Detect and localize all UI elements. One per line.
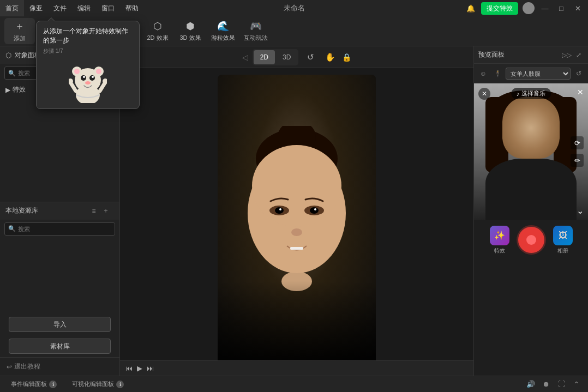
svg-rect-12 [290, 247, 303, 250]
sparkle-icon: ✨ [490, 226, 509, 245]
preview-preset-select[interactable]: 女单人肢服男单人双人全身 [506, 68, 571, 80]
preview-tool-brush[interactable]: ✏ [571, 154, 584, 167]
canvas-viewport[interactable] [120, 68, 473, 376]
visual-tab-label: 可视化编辑面板 [72, 380, 114, 388]
nav-window[interactable]: 窗口 [96, 0, 120, 16]
preview-music-button[interactable]: ♪ 选择音乐 [511, 88, 551, 99]
preview-close-button[interactable]: ✕ [478, 88, 490, 100]
app-title: 未命名 [284, 3, 305, 13]
tutorial-title: 从添加一个对象开始特效制作的第一步 [43, 27, 133, 45]
tutorial-step: 步骤 1/7 [43, 47, 133, 55]
person-body [485, 159, 577, 220]
preview-right-tools: ⟳ ✏ [571, 136, 584, 167]
effect3d-button[interactable]: ⬢ 3D 效果 [175, 18, 206, 44]
bottom-expand-btn[interactable]: ⌃ [571, 378, 583, 390]
canvas-mode-group: 2D 3D [253, 49, 299, 65]
notification-icon[interactable]: 🔔 [465, 2, 477, 14]
preview-effects-label: 特效 [494, 247, 505, 255]
record-inner [526, 235, 536, 245]
event-tab[interactable]: 事件编辑面板 ℹ [5, 377, 62, 391]
canvas-undo-button[interactable]: ↺ [303, 50, 318, 65]
canvas-redo-button[interactable]: ✋ [322, 50, 338, 65]
preview-face-icon[interactable]: ☺ [477, 68, 489, 80]
preview-video-inner: ✕ ♪ 选择音乐 ✕ ⟳ ✏ ⌄ [474, 83, 588, 220]
preview-refresh-btn[interactable]: ↺ [573, 68, 585, 80]
preview-photo-item[interactable]: 🖼 相册 [553, 226, 573, 255]
preview-top-controls: ☺ 🕴 女单人肢服男单人双人全身 ↺ [474, 64, 588, 83]
bottom-volume-icon[interactable]: 🔊 [525, 378, 537, 390]
object-search-icon: 🔍 [8, 70, 16, 77]
maximize-button[interactable]: □ [555, 2, 567, 14]
nav-file[interactable]: 文件 [48, 0, 72, 16]
resource-search-box: 🔍 [4, 222, 115, 236]
record-button[interactable] [518, 227, 544, 253]
canvas-lock-icon[interactable]: 🔒 [342, 53, 351, 62]
user-avatar[interactable] [523, 2, 535, 14]
preview-title: 预览面板 [478, 50, 505, 59]
preview-header-icons: ▷▷ ⤢ [562, 50, 584, 60]
interactive-icon: 🎮 [250, 20, 262, 32]
preview-tool-rotate[interactable]: ⟳ [571, 136, 584, 149]
nav-help[interactable]: 帮助 [120, 0, 144, 16]
visual-info-icon[interactable]: ℹ [116, 381, 124, 388]
nav-home[interactable]: 首页 [0, 0, 24, 16]
add-button[interactable]: ＋ 添加 [4, 18, 35, 44]
play-back-btn[interactable]: ⏮ [125, 364, 133, 372]
playback-controls: ⏮ ▶ ⏭ [120, 360, 473, 376]
bottom-screen-icon[interactable]: ⛶ [555, 378, 567, 390]
close-button[interactable]: ✕ [572, 2, 584, 14]
interactive-button[interactable]: 🎮 互动玩法 [241, 18, 271, 44]
preview-effects-item[interactable]: ✨ 特效 [490, 226, 509, 255]
svg-point-17 [74, 69, 80, 74]
play-forward-btn[interactable]: ⏭ [147, 364, 154, 372]
face-svg [231, 126, 362, 300]
preview-record-item[interactable] [518, 227, 544, 253]
minimize-button[interactable]: — [539, 2, 551, 14]
preview-expand-btn[interactable]: ▷▷ [562, 50, 572, 60]
svg-point-18 [96, 69, 101, 74]
resource-content [0, 238, 119, 314]
object-panel-icon: ⬡ [5, 51, 11, 59]
preview-body-icon[interactable]: 🕴 [491, 68, 503, 80]
effect2d-label: 2D 效果 [147, 34, 168, 42]
svg-point-11 [291, 228, 302, 236]
resource-panel: 本地资源库 ≡ ＋ 🔍 导入 素材库 [0, 202, 119, 358]
event-info-icon[interactable]: ℹ [49, 381, 57, 388]
resource-layers-btn[interactable]: ≡ [89, 206, 99, 216]
preview-popout-btn[interactable]: ⤢ [574, 50, 584, 60]
preview-bottom-arrow[interactable]: ⌄ [577, 206, 584, 216]
music-note-icon: ♪ [517, 91, 520, 97]
svg-point-10 [314, 208, 316, 210]
tutorial-popup: 从添加一个对象开始特效制作的第一步 步骤 1/7 [36, 21, 140, 109]
canvas-2d-button[interactable]: 2D [254, 50, 275, 64]
effects-chevron-icon: ▶ [5, 86, 10, 94]
exit-icon: ↩ [7, 363, 12, 371]
svg-point-7 [275, 207, 284, 214]
particle-button[interactable]: 🌊 游粒效果 [208, 18, 238, 44]
bottom-record-icon[interactable]: ⏺ [540, 378, 552, 390]
material-button[interactable]: 素材库 [9, 339, 111, 354]
canvas-collapse-icon[interactable]: ◁ [242, 53, 248, 62]
play-btn[interactable]: ▶ [137, 364, 142, 372]
effect2d-button[interactable]: ⬡ 2D 效果 [142, 18, 173, 44]
particle-icon: 🌊 [217, 20, 229, 32]
canvas-3d-button[interactable]: 3D [276, 50, 297, 64]
resource-add-btn[interactable]: ＋ [101, 206, 111, 216]
event-tab-label: 事件编辑面板 [11, 380, 47, 388]
submit-button[interactable]: 提交特效 [481, 2, 518, 15]
svg-point-22 [92, 76, 94, 78]
effect3d-label: 3D 效果 [179, 34, 201, 42]
tutorial-mascot [43, 59, 133, 103]
nav-edit[interactable]: 编辑 [72, 0, 96, 16]
resource-search-input[interactable] [18, 226, 111, 232]
visual-tab[interactable]: 可视化编辑面板 ℹ [67, 377, 129, 391]
image-icon: 🖼 [553, 226, 573, 245]
import-button[interactable]: 导入 [9, 317, 111, 332]
resource-panel-actions: ≡ ＋ [89, 206, 114, 216]
exit-tutorial[interactable]: ↩ 退出教程 [0, 357, 119, 376]
right-panel: 预览面板 ▷▷ ⤢ ☺ 🕴 女单人肢服男单人双人全身 ↺ [473, 46, 588, 376]
preview-controls: ✨ 特效 🖼 相册 [474, 220, 588, 260]
preview-settings-icon[interactable]: ✕ [577, 88, 584, 97]
resource-search-icon: 🔍 [8, 225, 16, 232]
nav-like[interactable]: 像亚 [24, 0, 48, 16]
